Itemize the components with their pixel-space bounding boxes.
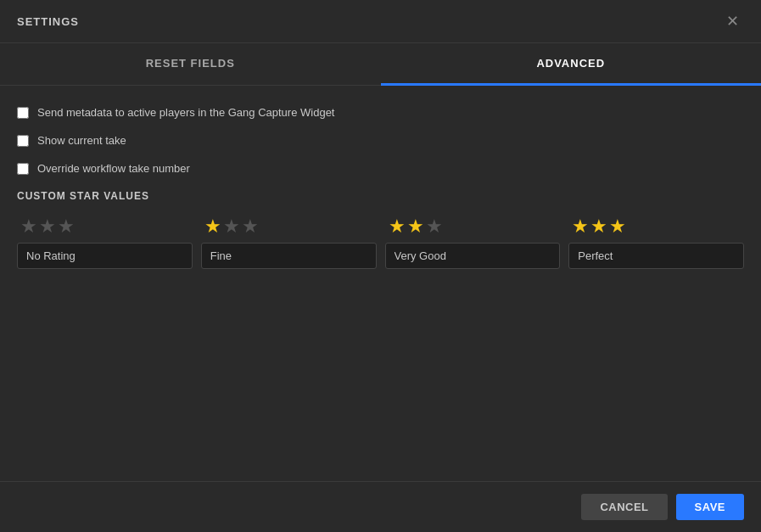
checkbox-gang-capture-label: Send metadata to active players in the G… bbox=[37, 106, 334, 119]
checkbox-override-workflow-input[interactable] bbox=[17, 163, 29, 175]
tab-bar: RESET FIELDS ADVANCED bbox=[0, 43, 761, 86]
checkbox-override-workflow: Override workflow take number bbox=[17, 162, 744, 175]
star-filled-3: ★ bbox=[609, 217, 626, 236]
checkbox-gang-capture: Send metadata to active players in the G… bbox=[17, 106, 744, 119]
star-empty-1: ★ bbox=[223, 217, 240, 236]
dialog-header: SETTINGS ✕ bbox=[0, 0, 761, 43]
rating-input-no-rating[interactable] bbox=[17, 243, 193, 269]
stars-very-good: ★ ★ ★ bbox=[385, 217, 443, 236]
checkbox-show-current-take-input[interactable] bbox=[17, 135, 29, 147]
checkbox-override-workflow-label: Override workflow take number bbox=[37, 162, 190, 175]
stars-fine: ★ ★ ★ bbox=[201, 217, 259, 236]
star-rating-very-good: ★ ★ ★ bbox=[385, 217, 561, 269]
star-filled-1: ★ bbox=[572, 217, 589, 236]
star-filled-1: ★ bbox=[204, 217, 221, 236]
stars-no-rating: ★ ★ ★ bbox=[17, 217, 75, 236]
star-empty-3: ★ bbox=[58, 217, 75, 236]
rating-input-fine[interactable] bbox=[201, 243, 377, 269]
star-empty-2: ★ bbox=[242, 217, 259, 236]
tab-advanced[interactable]: ADVANCED bbox=[381, 43, 762, 86]
star-empty-2: ★ bbox=[39, 217, 56, 236]
cancel-button[interactable]: CANCEL bbox=[581, 494, 667, 520]
star-rating-fine: ★ ★ ★ bbox=[201, 217, 377, 269]
dialog-content: Send metadata to active players in the G… bbox=[0, 86, 761, 481]
star-rating-perfect: ★ ★ ★ bbox=[568, 217, 744, 269]
star-filled-1: ★ bbox=[389, 217, 406, 236]
star-empty-1: ★ bbox=[426, 217, 443, 236]
star-empty-1: ★ bbox=[20, 217, 37, 236]
custom-star-values-title: CUSTOM STAR VALUES bbox=[17, 190, 744, 202]
close-button[interactable]: ✕ bbox=[721, 12, 744, 31]
checkbox-gang-capture-input[interactable] bbox=[17, 107, 29, 119]
checkbox-show-current-take-label: Show current take bbox=[37, 134, 126, 147]
checkbox-show-current-take: Show current take bbox=[17, 134, 744, 147]
rating-input-very-good[interactable] bbox=[385, 243, 561, 269]
star-ratings-container: ★ ★ ★ ★ ★ ★ ★ ★ ★ bbox=[17, 217, 744, 269]
save-button[interactable]: SAVE bbox=[676, 494, 744, 520]
star-rating-no-rating: ★ ★ ★ bbox=[17, 217, 193, 269]
dialog-title: SETTINGS bbox=[17, 15, 79, 28]
settings-dialog: SETTINGS ✕ RESET FIELDS ADVANCED Send me… bbox=[0, 0, 761, 532]
stars-perfect: ★ ★ ★ bbox=[568, 217, 626, 236]
rating-input-perfect[interactable] bbox=[568, 243, 744, 269]
star-filled-2: ★ bbox=[407, 217, 424, 236]
star-filled-2: ★ bbox=[590, 217, 607, 236]
dialog-footer: CANCEL SAVE bbox=[0, 481, 761, 532]
tab-reset-fields[interactable]: RESET FIELDS bbox=[0, 43, 381, 86]
